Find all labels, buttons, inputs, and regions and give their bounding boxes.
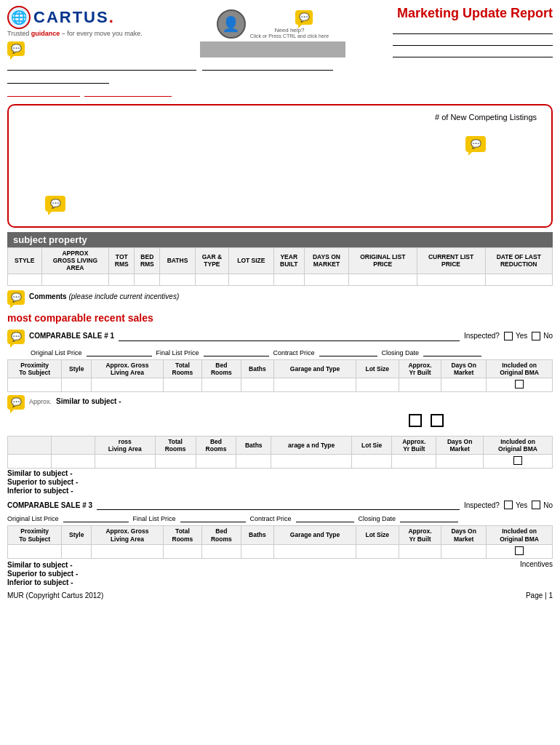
field-line-red-2[interactable] <box>84 87 172 97</box>
cell-style[interactable] <box>8 274 42 285</box>
comp2-superior: Superior to subject - <box>7 478 553 486</box>
comp3-data-row[interactable] <box>8 544 553 558</box>
comp2-bed[interactable] <box>196 455 236 469</box>
comp1-garage[interactable] <box>274 378 356 391</box>
comp2-lot[interactable] <box>352 455 392 469</box>
comp3-bma-checkbox[interactable] <box>515 546 524 555</box>
comp1-proximity[interactable] <box>8 378 62 391</box>
cell-original-list[interactable] <box>348 274 417 285</box>
comp3-yes-checkbox[interactable] <box>504 501 513 509</box>
chat-bubble-7[interactable]: 💬 <box>7 395 25 410</box>
comp3-address[interactable] <box>97 500 460 510</box>
logo-text: CARTUS. <box>33 8 115 27</box>
comp1-no-checkbox[interactable] <box>532 332 540 340</box>
comp1-bma-checkbox[interactable] <box>515 380 524 389</box>
cell-current-list[interactable] <box>417 274 485 285</box>
large-checkbox-1[interactable] <box>409 414 422 427</box>
cell-bed-rms[interactable] <box>135 274 160 285</box>
comp1-lot[interactable] <box>356 378 399 391</box>
field-line-3[interactable] <box>7 73 109 84</box>
comp1-gross[interactable] <box>92 378 164 391</box>
comp2-yr-built[interactable] <box>392 455 436 469</box>
globe-icon: 🌐 <box>7 6 31 29</box>
comp3-baths[interactable] <box>241 544 274 558</box>
comp2-baths[interactable] <box>236 455 271 469</box>
comp1-final-val[interactable] <box>204 346 269 356</box>
cell-lot-size[interactable] <box>229 274 273 285</box>
comp2-total[interactable] <box>155 455 196 469</box>
comp3-final-val[interactable] <box>180 512 246 522</box>
comp2-days[interactable] <box>436 455 484 469</box>
comp3-bed[interactable] <box>202 544 241 558</box>
comp2-garage[interactable] <box>271 455 352 469</box>
field-line-2[interactable] <box>202 60 333 71</box>
comp1-yr-built[interactable] <box>399 378 441 391</box>
field-line-red-1[interactable] <box>7 87 80 97</box>
comp2-data-row[interactable] <box>8 455 553 469</box>
comp1-address[interactable] <box>119 331 460 341</box>
chat-bubble-5[interactable]: 💬 <box>7 290 25 305</box>
subject-property-table: STYLE APPROXGROSS LIVINGAREA TOTRMS BEDR… <box>7 247 553 286</box>
comp1-included[interactable] <box>487 378 553 391</box>
chat-bubble-6[interactable]: 💬 <box>7 330 25 344</box>
col-year-built: YEARBUILT <box>273 248 305 274</box>
comp3-included[interactable] <box>487 544 553 558</box>
comp3-contract-val[interactable] <box>296 512 354 522</box>
comparable-title: most comparable recent sales <box>7 312 553 324</box>
cell-days-market[interactable] <box>305 274 349 285</box>
header-field-1[interactable] <box>393 24 553 34</box>
comp1-col-total: TotalRooms <box>163 359 201 378</box>
comp1-data-row[interactable] <box>8 378 553 391</box>
cell-baths[interactable] <box>160 274 195 285</box>
chat-bubble-4[interactable]: 💬 <box>45 194 65 212</box>
comp2-bma-checkbox[interactable] <box>513 456 522 465</box>
comp3-lot[interactable] <box>356 544 399 558</box>
comp3-proximity[interactable] <box>8 544 62 558</box>
comp3-yr-built[interactable] <box>399 544 441 558</box>
comp3-col-style: Style <box>62 526 92 544</box>
page-number: Page | 1 <box>526 591 553 599</box>
header-field-2[interactable] <box>393 36 553 46</box>
comp2-col-yr-built: Approx.Yr Built <box>392 436 436 454</box>
comp1-closing-val[interactable] <box>423 346 481 356</box>
comp3-col-total: TotalRooms <box>163 526 201 544</box>
comp1-yes-label: Yes <box>516 332 527 340</box>
comp2-style[interactable] <box>52 455 95 469</box>
comp1-no-label: No <box>543 332 553 340</box>
cell-tot-rms[interactable] <box>109 274 135 285</box>
comp2-gross[interactable] <box>95 455 156 469</box>
comp3-orig-val[interactable] <box>63 512 129 522</box>
large-checkbox-2[interactable] <box>431 414 444 427</box>
cell-year-built[interactable] <box>273 274 305 285</box>
comp3-garage[interactable] <box>274 544 356 558</box>
comp1-contract-val[interactable] <box>319 346 377 356</box>
comp1-days[interactable] <box>441 378 487 391</box>
comp1-total[interactable] <box>163 378 201 391</box>
comp3-gross[interactable] <box>92 544 164 558</box>
comp1-yes-checkbox[interactable] <box>504 332 513 340</box>
comp3-total[interactable] <box>163 544 201 558</box>
col-lot-size: LOT SIZE <box>229 248 273 274</box>
comp3-no-checkbox[interactable] <box>532 501 540 509</box>
cell-date-last[interactable] <box>485 274 552 285</box>
chat-bubble-1[interactable]: 💬 <box>7 41 25 56</box>
logo-cartus: 🌐 CARTUS. <box>7 6 115 29</box>
field-line-1[interactable] <box>7 60 196 71</box>
comp3-days[interactable] <box>441 544 487 558</box>
comp1-baths[interactable] <box>241 378 274 391</box>
comp2-included[interactable] <box>484 455 553 469</box>
comp1-orig-val[interactable] <box>87 346 152 356</box>
subject-property-row[interactable] <box>8 274 553 285</box>
comp3-style[interactable] <box>62 544 92 558</box>
cell-gar-type[interactable] <box>195 274 229 285</box>
comp2-proximity[interactable] <box>8 455 52 469</box>
comp3-col-included: Included onOriginal BMA <box>487 526 553 544</box>
header-field-3[interactable] <box>393 47 553 57</box>
comp1-bed[interactable] <box>202 378 241 391</box>
comp3-closing-val[interactable] <box>400 512 458 522</box>
cell-gross-living[interactable] <box>41 274 109 285</box>
chat-bubble-3[interactable]: 💬 <box>465 135 486 152</box>
header-center: 👤 💬 Need help? Click or Press CTRL and c… <box>153 6 393 57</box>
chat-bubble-2[interactable]: 💬 <box>295 10 313 25</box>
comp1-style[interactable] <box>62 378 92 391</box>
